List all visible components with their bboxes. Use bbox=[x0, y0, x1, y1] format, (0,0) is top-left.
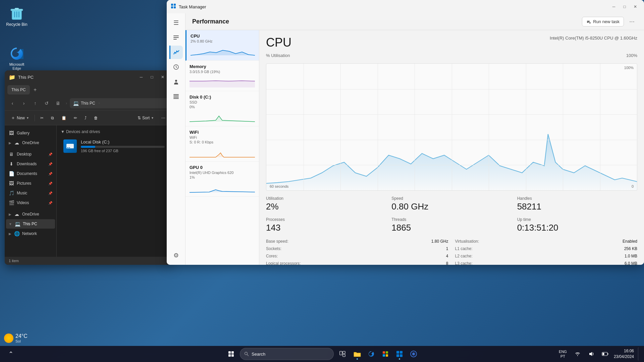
virtualisation-key: Virtualisation: bbox=[455, 239, 479, 244]
file-explorer-title: This PC bbox=[18, 75, 134, 80]
maximize-button[interactable]: □ bbox=[147, 72, 157, 82]
sidebar-item-gallery[interactable]: 🖼 Gallery bbox=[6, 128, 55, 138]
tm-more-button[interactable]: ⋯ bbox=[627, 16, 637, 27]
tm-nav-hamburger[interactable]: ☰ bbox=[169, 16, 183, 29]
svg-rect-13 bbox=[174, 6, 176, 8]
chart-label-100: 100% bbox=[624, 66, 634, 70]
perf-item-memory[interactable]: Memory 3.0/15.9 GB (19%) bbox=[185, 61, 259, 91]
system-tray-chevron[interactable]: ⌃ bbox=[4, 347, 17, 361]
taskbar-edge[interactable] bbox=[365, 348, 377, 360]
perf-item-gpu[interactable]: GPU 0 Intel(R) UHD Graphics 620 1% bbox=[185, 162, 259, 197]
battery-indicator[interactable] bbox=[599, 350, 611, 358]
sidebar-item-onedrive[interactable]: ▶ ☁ OneDrive bbox=[6, 138, 55, 147]
weather-sun-icon bbox=[4, 334, 13, 343]
new-icon: ＋ bbox=[11, 115, 15, 121]
svg-rect-16 bbox=[173, 39, 177, 40]
delete-button[interactable]: 🗑 bbox=[91, 113, 101, 123]
tab-this-pc[interactable]: This PC bbox=[7, 85, 30, 95]
chart-label-60s: 60 seconds bbox=[270, 184, 288, 188]
cpu-info-grid: Base speed: 1.80 GHz Virtualisation: Ena… bbox=[266, 238, 637, 265]
edge-label: Microsoft Edge bbox=[5, 62, 29, 70]
minimize-button[interactable]: ─ bbox=[137, 72, 146, 82]
forward-button[interactable]: › bbox=[19, 98, 29, 108]
taskbar-task-manager[interactable] bbox=[393, 348, 406, 360]
sound-taskbar-icon bbox=[588, 351, 594, 357]
pictures-icon: 🖼 bbox=[9, 181, 14, 186]
sidebar-item-this-pc[interactable]: ▼ 💻 This PC bbox=[6, 219, 55, 229]
paste-button[interactable]: 📋 bbox=[58, 113, 70, 123]
tm-close-button[interactable]: ✕ bbox=[631, 2, 640, 11]
tm-nav-processes[interactable] bbox=[169, 31, 183, 44]
taskbar-ms-store[interactable] bbox=[379, 348, 391, 360]
taskbar-clock[interactable]: 16:06 23/04/2024 bbox=[614, 348, 634, 360]
language-indicator[interactable]: ENG PT bbox=[556, 348, 570, 360]
sidebar-item-documents[interactable]: 📄 Documents 📌 bbox=[6, 169, 55, 178]
close-button[interactable]: ✕ bbox=[158, 72, 167, 82]
task-manager-titlebar: Task Manager ─ □ ✕ bbox=[167, 0, 644, 13]
svg-point-18 bbox=[175, 80, 177, 82]
search-icon bbox=[244, 352, 249, 356]
sidebar-item-pictures[interactable]: 🖼 Pictures 📌 bbox=[6, 179, 55, 188]
perf-item-cpu[interactable]: CPU 2% 0.80 GHz bbox=[185, 30, 259, 61]
taskbar-center: Search bbox=[224, 347, 420, 361]
stat-processes: Processes 143 bbox=[266, 217, 386, 233]
search-bar[interactable]: Search bbox=[240, 348, 334, 360]
up-button[interactable]: ↑ bbox=[30, 98, 40, 108]
back-button[interactable]: ‹ bbox=[7, 98, 17, 108]
sidebar-downloads-label: Downloads bbox=[17, 162, 37, 166]
logical-key: Logical processors: bbox=[266, 261, 301, 265]
refresh-button[interactable]: ↺ bbox=[42, 98, 52, 108]
tm-minimize-button[interactable]: ─ bbox=[609, 2, 619, 11]
file-explorer-title-icon: 📁 bbox=[9, 74, 15, 80]
sound-indicator[interactable] bbox=[586, 350, 596, 358]
sidebar-item-music[interactable]: 🎵 Music 📌 bbox=[6, 188, 55, 198]
task-manager-title-icon bbox=[171, 3, 176, 10]
sidebar-item-network[interactable]: ▶ 🌐 Network bbox=[6, 229, 55, 238]
devices-section-header[interactable]: ▼ Devices and drives bbox=[61, 129, 167, 134]
share-button[interactable]: ⤴ bbox=[81, 113, 90, 123]
pin-icon-documents: 📌 bbox=[48, 172, 52, 176]
sidebar-item-onedrive2[interactable]: ▶ ☁ OneDrive bbox=[6, 209, 55, 219]
svg-rect-1 bbox=[14, 11, 15, 17]
sort-button[interactable]: ⇅ Sort ▼ bbox=[134, 113, 157, 123]
local-disk-item[interactable]: Local Disk (C:) 196 GB free of 237 GB bbox=[61, 137, 167, 156]
info-l1: L1 cache: 256 KB bbox=[455, 246, 638, 252]
copy-button[interactable]: ⧉ bbox=[48, 113, 57, 123]
run-new-task-button[interactable]: Run new task bbox=[582, 17, 624, 26]
rename-button[interactable]: ✏ bbox=[70, 113, 80, 123]
task-view-button[interactable] bbox=[336, 347, 349, 361]
start-button[interactable] bbox=[224, 347, 238, 361]
add-tab-button[interactable]: + bbox=[31, 86, 39, 94]
tm-nav-users[interactable] bbox=[169, 75, 183, 88]
svg-rect-22 bbox=[173, 98, 179, 99]
recycle-bin-image bbox=[9, 5, 25, 21]
expand-arrow-network: ▶ bbox=[9, 232, 11, 236]
taskbar: ⌃ Search bbox=[0, 346, 644, 362]
sidebar-item-downloads[interactable]: ⬇ Downloads 📌 bbox=[6, 159, 55, 169]
taskbar-file-explorer[interactable] bbox=[351, 348, 363, 360]
cut-button[interactable]: ✂ bbox=[37, 113, 47, 123]
tm-nav-app-history[interactable] bbox=[169, 60, 183, 74]
task-manager-window: Task Manager ─ □ ✕ ☰ bbox=[167, 0, 644, 265]
sidebar-item-videos[interactable]: 🎬 Videos 📌 bbox=[6, 198, 55, 207]
view-toggle[interactable]: 🖥 bbox=[53, 98, 63, 108]
svg-rect-32 bbox=[231, 354, 234, 357]
tm-nav-details[interactable] bbox=[169, 90, 183, 103]
stat-speed: Speed 0.80 GHz bbox=[391, 196, 512, 212]
perf-item-disk[interactable]: Disk 0 (C:) SSD 0% bbox=[185, 91, 259, 126]
perf-item-wifi[interactable]: WiFi WiFi S: 0 R: 0 Kbps bbox=[185, 126, 259, 162]
microsoft-edge-desktop-icon[interactable]: Microsoft Edge bbox=[3, 44, 30, 72]
recycle-bin-icon[interactable]: Recycle Bin bbox=[3, 3, 30, 28]
svg-rect-14 bbox=[173, 36, 179, 36]
new-button[interactable]: ＋ New ▼ bbox=[7, 113, 33, 123]
sidebar-item-desktop[interactable]: 🖥 Desktop 📌 bbox=[6, 149, 55, 159]
tm-nav-settings[interactable]: ⚙ bbox=[169, 249, 183, 262]
show-desktop-button[interactable] bbox=[638, 347, 640, 361]
wifi-indicator[interactable] bbox=[572, 350, 583, 358]
cpu-detail: 2% 0.80 GHz bbox=[191, 39, 255, 43]
taskbar-browser2[interactable] bbox=[408, 348, 420, 360]
tm-maximize-button[interactable]: □ bbox=[620, 2, 629, 11]
address-bar[interactable]: 💻 This PC › bbox=[70, 98, 169, 108]
tm-nav-performance[interactable] bbox=[169, 46, 183, 59]
tm-window-controls: ─ □ ✕ bbox=[609, 2, 640, 11]
